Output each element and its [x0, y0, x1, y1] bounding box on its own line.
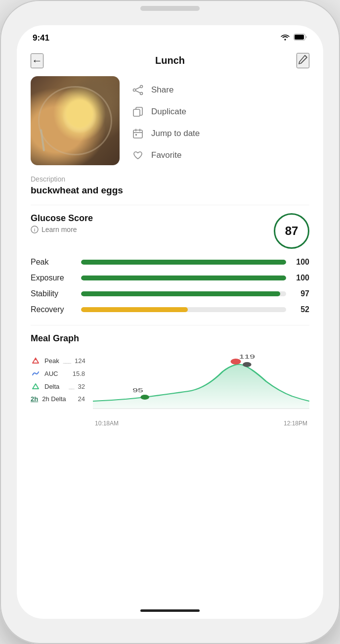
metric-peak-bar [81, 260, 286, 265]
metric-recovery-value: 52 [292, 305, 309, 314]
metric-peak-value: 100 [292, 258, 309, 267]
graph-chart: 95 119 10:18AM 12:18PM [93, 352, 309, 431]
metric-exposure-label: Exposure [31, 274, 75, 282]
legend-auc: AUC 15.8 [31, 369, 85, 377]
legend-peak: Peak ___ 124 [31, 357, 85, 365]
main-content: Share Duplicate [17, 76, 323, 431]
legend-auc-icon [31, 369, 41, 377]
graph-title: Meal Graph [31, 333, 309, 344]
metric-stability-value: 97 [292, 289, 309, 298]
metric-exposure-bar [81, 276, 286, 280]
share-action[interactable]: Share [131, 84, 309, 96]
svg-point-20 [243, 362, 252, 367]
svg-text:i: i [34, 228, 36, 232]
metric-exposure: Exposure 100 [31, 274, 309, 282]
chart-svg: 95 119 [93, 352, 309, 416]
status-time: 9:41 [33, 33, 49, 43]
metric-exposure-bar-container [81, 276, 286, 280]
svg-point-2 [140, 86, 143, 88]
edit-button[interactable] [297, 53, 309, 68]
content-scroll: Share Duplicate [17, 76, 323, 619]
svg-rect-12 [135, 134, 137, 136]
legend-peak-icon [31, 357, 41, 365]
share-icon [131, 84, 144, 96]
metric-peak: Peak 100 [31, 258, 309, 267]
chart-start-label: 10:18AM [95, 420, 119, 427]
metric-stability-label: Stability [31, 289, 75, 298]
description-text: buckwheat and eggs [31, 185, 309, 196]
legend-delta-label: Delta [44, 383, 65, 390]
legend-2h-icon: 2h [31, 395, 38, 403]
svg-line-6 [135, 91, 140, 93]
metric-recovery: Recovery 52 [31, 305, 309, 314]
chart-labels: 10:18AM 12:18PM [93, 418, 309, 427]
legend-auc-value: 15.8 [73, 370, 85, 377]
divider-1 [31, 205, 309, 205]
status-icons [281, 34, 307, 43]
svg-rect-7 [133, 109, 140, 116]
svg-point-4 [133, 89, 136, 92]
meal-image-plate [38, 86, 112, 155]
jump-to-date-action[interactable]: Jump to date [131, 127, 309, 140]
score-circle: 87 [274, 213, 309, 249]
legend-delta-value: 32 [78, 383, 85, 390]
svg-rect-8 [133, 130, 142, 138]
glucose-title-group: Glucose Score i Learn more [31, 213, 93, 233]
legend-peak-label: Peak [44, 357, 59, 365]
phone-shell: 9:41 ← [0, 0, 340, 644]
legend-delta-icon [31, 382, 41, 390]
phone-screen: 9:41 ← [17, 25, 323, 619]
learn-more-label: Learn more [42, 226, 77, 233]
header: ← Lunch [17, 47, 323, 76]
metric-recovery-label: Recovery [31, 305, 75, 314]
status-bar: 9:41 [17, 25, 323, 47]
legend-auc-label: AUC [44, 370, 58, 377]
glucose-title: Glucose Score [31, 213, 93, 224]
back-button[interactable]: ← [31, 53, 43, 68]
glucose-section: Glucose Score i Learn more 87 [31, 213, 309, 314]
duplicate-label: Duplicate [151, 107, 186, 117]
meal-image [31, 76, 120, 165]
learn-more-button[interactable]: i Learn more [31, 226, 93, 233]
duplicate-icon [131, 105, 144, 118]
chart-end-label: 12:18PM [284, 420, 307, 427]
actions-list: Share Duplicate [131, 76, 309, 165]
svg-line-5 [135, 87, 140, 90]
favorite-label: Favorite [151, 150, 181, 160]
svg-rect-1 [295, 35, 304, 40]
svg-text:95: 95 [132, 387, 143, 393]
jump-to-date-label: Jump to date [151, 129, 200, 138]
legend-2h-label: 2h Delta [42, 395, 74, 403]
metric-peak-bar-container [81, 260, 286, 265]
graph-area: Peak ___ 124 AUC 15.8 [31, 352, 309, 431]
metric-exposure-value: 100 [292, 274, 309, 282]
metric-peak-label: Peak [31, 258, 75, 267]
legend-peak-value: 124 [75, 357, 85, 365]
legend-2h-delta: 2h 2h Delta 24 [31, 395, 85, 403]
divider-2 [31, 325, 309, 325]
svg-text:119: 119 [239, 354, 255, 360]
wifi-icon [281, 34, 290, 43]
notch-pill [140, 6, 200, 11]
heart-icon [131, 149, 144, 162]
score-number: 87 [285, 224, 298, 238]
page-title: Lunch [155, 55, 185, 66]
home-indicator [140, 609, 200, 612]
metric-stability: Stability 97 [31, 289, 309, 298]
description-section: Description buckwheat and eggs [31, 175, 309, 196]
duplicate-action[interactable]: Duplicate [131, 105, 309, 118]
graph-legend: Peak ___ 124 AUC 15.8 [31, 352, 85, 431]
svg-point-3 [140, 92, 143, 95]
battery-icon [294, 34, 307, 43]
share-label: Share [151, 85, 173, 95]
calendar-icon [131, 127, 144, 140]
graph-section: Meal Graph Peak ___ 124 [31, 333, 309, 431]
metric-stability-bar [81, 291, 280, 296]
top-section: Share Duplicate [31, 76, 309, 165]
metric-recovery-bar-container [81, 307, 286, 312]
metric-recovery-bar [81, 307, 188, 312]
legend-delta: Delta __ 32 [31, 382, 85, 390]
favorite-action[interactable]: Favorite [131, 149, 309, 162]
metrics-list: Peak 100 Exposure 100 [31, 258, 309, 314]
legend-2h-value: 24 [78, 395, 85, 403]
